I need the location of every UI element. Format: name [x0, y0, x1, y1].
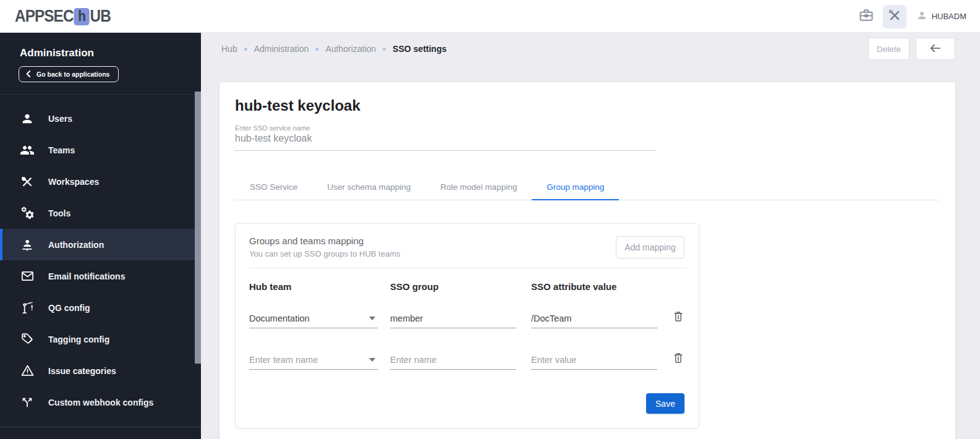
sidebar-item-label: Custom webhook configs	[48, 398, 153, 407]
save-button[interactable]: Save	[646, 393, 684, 414]
add-mapping-button[interactable]: Add mapping	[616, 236, 684, 258]
appsechub-logo[interactable]: APPSEC h UB	[15, 7, 111, 26]
sidebar-item-label: Issue categories	[48, 366, 116, 376]
admin-sidebar: Administration Go back to applications U…	[0, 33, 201, 439]
sidebar-scrollbar[interactable]	[195, 92, 201, 364]
workspaces-icon	[20, 174, 35, 189]
sidebar-item-label: Teams	[48, 145, 75, 155]
card-divider	[249, 268, 686, 268]
hub-team-select-row2[interactable]	[249, 349, 378, 370]
breadcrumb-item-sso-settings: SSO settings	[393, 44, 446, 54]
sidebar-item-users[interactable]: Users	[0, 103, 201, 134]
sso-group-field-row1[interactable]	[390, 307, 516, 328]
hub-team-select-row1[interactable]	[249, 307, 378, 328]
page-title: hub-test keycloak	[235, 97, 360, 114]
sidebar-item-tagging-config[interactable]: Tagging config	[0, 323, 201, 355]
user-menu[interactable]: HUBADM	[916, 10, 966, 23]
logo-text-left: APPSEC	[15, 7, 74, 26]
sidebar-item-label: Tools	[48, 208, 70, 218]
chevron-down-icon	[369, 317, 375, 320]
breadcrumb-separator-icon	[383, 48, 386, 51]
qg-config-icon	[20, 300, 35, 315]
sso-group-field-row2[interactable]	[390, 349, 516, 370]
sso-group-value-row1[interactable]	[390, 313, 516, 323]
sidebar-item-label: Workspaces	[48, 177, 99, 187]
sso-tabs: SSO Service User schema mapping Role mod…	[235, 175, 940, 200]
sso-service-name-label: Enter SSO service name	[235, 124, 310, 132]
chevron-left-icon	[25, 70, 31, 79]
sso-attribute-value-row1[interactable]	[531, 313, 657, 323]
sidebar-item-label: Tagging config	[48, 335, 109, 344]
hub-team-value-row1[interactable]	[249, 313, 364, 323]
trash-icon	[672, 351, 684, 366]
user-avatar-icon	[916, 10, 927, 23]
email-icon	[20, 269, 35, 284]
sidebar-item-label: Authorization	[48, 240, 104, 250]
column-header-sso-group: SSO group	[390, 281, 438, 292]
breadcrumb-separator-icon	[315, 48, 318, 51]
breadcrumb-item-administration[interactable]: Administration	[254, 44, 309, 54]
sidebar-divider	[0, 427, 201, 427]
go-back-label: Go back to applications	[36, 70, 109, 78]
arrow-left-icon	[929, 43, 942, 56]
sidebar-title: Administration	[20, 47, 94, 59]
back-button[interactable]	[916, 38, 955, 60]
user-icon	[20, 111, 35, 126]
sso-attribute-field-row2[interactable]	[531, 349, 657, 370]
groups-teams-mapping-card: Groups and teams mapping You can set up …	[235, 223, 699, 428]
sso-service-name-input[interactable]	[235, 133, 656, 151]
sidebar-item-workspaces[interactable]: Workspaces	[0, 166, 201, 197]
breadcrumb: Hub Administration Authorization SSO set…	[221, 33, 446, 65]
sidebar-item-label: QG config	[48, 303, 90, 313]
chevron-down-icon	[369, 358, 375, 362]
breadcrumb-item-authorization[interactable]: Authorization	[325, 44, 376, 54]
header-actions: HUBADM	[854, 0, 966, 33]
logo-h-icon: h	[74, 8, 89, 25]
sidebar-item-qg-config[interactable]: QG config	[0, 292, 201, 323]
toolbox-button[interactable]	[854, 5, 878, 28]
sidebar-header: Administration Go back to applications	[0, 33, 201, 95]
breadcrumb-separator-icon	[244, 48, 247, 51]
tab-sso-service[interactable]: SSO Service	[235, 175, 312, 200]
trash-icon	[672, 310, 684, 325]
app-root: APPSEC h UB	[0, 0, 980, 439]
delete-row1-button[interactable]	[670, 309, 686, 325]
teams-icon	[20, 143, 35, 158]
sso-group-input-row2[interactable]	[390, 355, 516, 365]
toolbox-icon	[858, 7, 874, 25]
sidebar-item-email-notifications[interactable]: Email notifications	[0, 260, 201, 292]
tab-role-model-mapping[interactable]: Role model mapping	[425, 175, 532, 200]
sso-settings-panel: hub-test keycloak Enter SSO service name…	[219, 82, 955, 439]
sso-attribute-field-row1[interactable]	[531, 307, 657, 328]
admin-tools-icon	[887, 8, 902, 25]
sidebar-item-custom-webhook-configs[interactable]: Custom webhook configs	[0, 386, 201, 418]
sso-attribute-input-row2[interactable]	[531, 355, 657, 365]
admin-tools-button[interactable]	[883, 5, 906, 28]
sidebar-item-issue-categories[interactable]: Issue categories	[0, 355, 201, 386]
webhook-icon	[20, 395, 35, 410]
mapping-card-subtitle: You can set up SSO groups to HUB teams	[249, 249, 401, 258]
sidebar-item-label: Users	[48, 114, 72, 124]
breadcrumb-item-hub[interactable]: Hub	[221, 44, 237, 54]
go-back-to-applications-button[interactable]: Go back to applications	[19, 66, 119, 82]
warning-icon	[20, 364, 35, 378]
hub-team-input-row2[interactable]	[249, 355, 364, 365]
top-header: APPSEC h UB	[0, 0, 980, 33]
tab-user-schema-mapping[interactable]: User schema mapping	[312, 175, 425, 200]
user-name: HUBADM	[932, 12, 966, 21]
tab-group-mapping[interactable]: Group mapping	[532, 175, 619, 200]
authorization-icon	[20, 237, 35, 252]
sidebar-item-authorization[interactable]: Authorization	[0, 229, 201, 260]
sidebar-item-tools[interactable]: Tools	[0, 197, 201, 229]
sidebar-item-teams[interactable]: Teams	[0, 134, 201, 166]
mapping-card-title: Groups and teams mapping	[249, 236, 364, 246]
tools-icon	[20, 206, 35, 221]
column-header-hub-team: Hub team	[249, 281, 291, 292]
tag-icon	[20, 332, 35, 347]
delete-button[interactable]: Delete	[868, 38, 910, 60]
column-header-sso-attribute-value: SSO attribute value	[531, 281, 616, 292]
sidebar-menu: Users Teams Workspaces	[0, 103, 201, 418]
logo-text-right: UB	[90, 7, 111, 26]
sidebar-item-label: Email notifications	[48, 271, 125, 281]
delete-row2-button[interactable]	[670, 351, 686, 367]
